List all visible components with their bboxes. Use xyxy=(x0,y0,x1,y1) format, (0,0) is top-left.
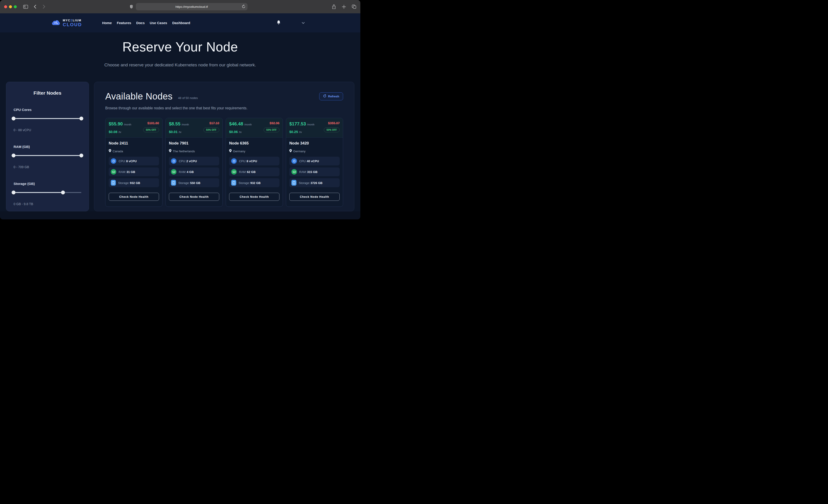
url-bar[interactable]: https://myceliumcloud.tf xyxy=(136,3,248,10)
cpu-slider-min-handle[interactable] xyxy=(12,117,16,121)
bell-icon[interactable] xyxy=(277,20,281,26)
storage-icon xyxy=(291,180,296,185)
node-card-body: Node 2411 Canada CPU:8 vCPU xyxy=(106,138,162,207)
per-hour-label: /hr xyxy=(299,131,302,133)
discount-badge: 50% OFF xyxy=(324,127,340,132)
storage-icon xyxy=(171,180,176,185)
panel-subtitle: Browse through our available nodes and s… xyxy=(105,106,343,110)
ram-value: 31 GB xyxy=(127,170,135,174)
hourly-price: $0.06 xyxy=(229,130,238,134)
ram-slider-min-handle[interactable] xyxy=(12,154,16,158)
ram-icon xyxy=(111,169,116,175)
storage-slider-min-handle[interactable] xyxy=(12,191,16,195)
monthly-price: $46.48 xyxy=(229,121,243,127)
nav-link-home[interactable]: Home xyxy=(102,21,112,25)
ram-value: 4 GB xyxy=(187,170,194,174)
per-hour-label: /hr xyxy=(119,131,121,133)
account-chevron-down-icon[interactable] xyxy=(302,21,305,25)
check-node-health-button[interactable]: Check Node Health xyxy=(169,193,219,201)
ram-range-slider[interactable] xyxy=(13,154,81,157)
ram-icon xyxy=(171,169,176,175)
cpu-range-slider[interactable] xyxy=(13,117,81,120)
ram-spec-row: RAM:4 GB xyxy=(169,167,219,176)
ram-label: RAM: xyxy=(299,170,307,174)
discount-badge: 50% OFF xyxy=(263,127,280,132)
cpu-label: CPU: xyxy=(239,159,246,163)
node-card[interactable]: $55.90/month $0.08/hr $101.80 50% OFF No… xyxy=(105,118,162,207)
node-cards-grid: $55.90/month $0.08/hr $101.80 50% OFF No… xyxy=(105,118,343,207)
original-price: $355.07 xyxy=(328,121,340,125)
ram-slider-max-handle[interactable] xyxy=(80,154,83,158)
pin-icon xyxy=(169,149,171,153)
check-node-health-button[interactable]: Check Node Health xyxy=(109,193,159,201)
node-card[interactable]: $177.53/month $0.25/hr $355.07 50% OFF N… xyxy=(286,118,343,207)
node-name: Node 7901 xyxy=(169,141,219,145)
window-bottom-edge xyxy=(0,211,360,219)
filter-panel: Filter Nodes CPU Cores 0 - 88 vCPU RAM (… xyxy=(6,82,89,211)
mycelium-cloud-logo[interactable]: MYCΞLIUM CLOUD xyxy=(51,19,82,27)
node-card[interactable]: $46.48/month $0.06/hr $92.96 50% OFF Nod… xyxy=(226,118,283,207)
spec-list: CPU:2 vCPU RAM:4 GB Storage:550 GB xyxy=(169,157,219,187)
slider-fill xyxy=(13,155,81,156)
logo-wordmark: MYCΞLIUM CLOUD xyxy=(63,19,82,27)
pin-icon xyxy=(289,149,292,153)
storage-range-slider[interactable] xyxy=(13,191,81,194)
per-month-label: /month xyxy=(181,123,189,126)
node-location: The Netherlands xyxy=(169,149,219,153)
price-header: $8.55/month $0.01/hr $17.10 50% OFF xyxy=(166,118,222,138)
share-icon[interactable] xyxy=(332,4,336,9)
filter-group-storage: Storage (GB) 0 GB - 9.8 TB xyxy=(13,182,81,206)
logo-line-cloud: CLOUD xyxy=(63,22,82,27)
filter-group-cpu: CPU Cores 0 - 88 vCPU xyxy=(13,108,81,132)
nav-link-features[interactable]: Features xyxy=(117,21,131,25)
check-node-health-button[interactable]: Check Node Health xyxy=(229,193,280,201)
location-text: Germany xyxy=(293,150,305,153)
tab-overview-icon[interactable] xyxy=(352,5,356,9)
cpu-spec-row: CPU:8 vCPU xyxy=(109,157,159,165)
node-name: Node 3420 xyxy=(289,141,340,145)
ram-label: RAM: xyxy=(179,170,187,174)
sidebar-toggle-icon[interactable] xyxy=(23,5,28,9)
shield-icon[interactable] xyxy=(130,5,133,9)
forward-icon[interactable] xyxy=(43,5,45,9)
node-count-badge: 48 of 50 nodes xyxy=(178,96,198,100)
refresh-button[interactable]: Refresh xyxy=(319,92,343,100)
back-icon[interactable] xyxy=(34,5,36,9)
filter-group-ram: RAM (GB) 0 - 709 GB xyxy=(13,145,81,169)
nav-link-docs[interactable]: Docs xyxy=(136,21,145,25)
nav-link-dashboard[interactable]: Dashboard xyxy=(172,21,190,25)
storage-value: 3726 GB xyxy=(310,181,322,185)
storage-icon xyxy=(111,180,116,185)
page-subtitle: Choose and reserve your dedicated Kubern… xyxy=(0,62,360,68)
close-window-button[interactable] xyxy=(4,5,7,8)
storage-value: 932 GB xyxy=(250,181,261,185)
cpu-value: 2 vCPU xyxy=(187,159,197,163)
zoom-window-button[interactable] xyxy=(14,5,17,8)
nav-link-use-cases[interactable]: Use Cases xyxy=(150,21,167,25)
node-card[interactable]: $8.55/month $0.01/hr $17.10 50% OFF Node… xyxy=(165,118,223,207)
location-text: Canada xyxy=(113,150,123,153)
per-hour-label: /hr xyxy=(239,131,242,133)
filter-panel-title: Filter Nodes xyxy=(13,90,81,96)
logo-line-mycelium: MYCΞLIUM xyxy=(63,19,82,22)
available-nodes-panel: Available Nodes 48 of 50 nodes Refresh B… xyxy=(94,82,355,211)
location-text: The Netherlands xyxy=(173,150,195,153)
original-price: $92.96 xyxy=(270,121,280,125)
spec-list: CPU:8 vCPU RAM:62 GB Storage:932 GB xyxy=(229,157,280,187)
per-month-label: /month xyxy=(307,123,315,126)
ram-icon xyxy=(291,169,297,175)
reload-icon[interactable] xyxy=(242,5,245,9)
cloud-logo-icon xyxy=(51,19,61,27)
panel-header: Available Nodes 48 of 50 nodes Refresh xyxy=(105,91,343,101)
pin-icon xyxy=(229,149,232,153)
new-tab-icon[interactable] xyxy=(342,5,346,9)
url-text: https://myceliumcloud.tf xyxy=(175,5,208,8)
node-name: Node 2411 xyxy=(109,141,159,145)
hourly-price: $0.01 xyxy=(169,130,178,134)
page-title: Reserve Your Node xyxy=(0,39,360,54)
cpu-slider-max-handle[interactable] xyxy=(80,117,83,121)
minimize-window-button[interactable] xyxy=(9,5,12,8)
cpu-icon xyxy=(231,158,237,164)
check-node-health-button[interactable]: Check Node Health xyxy=(289,193,340,201)
storage-slider-max-handle[interactable] xyxy=(61,191,65,195)
